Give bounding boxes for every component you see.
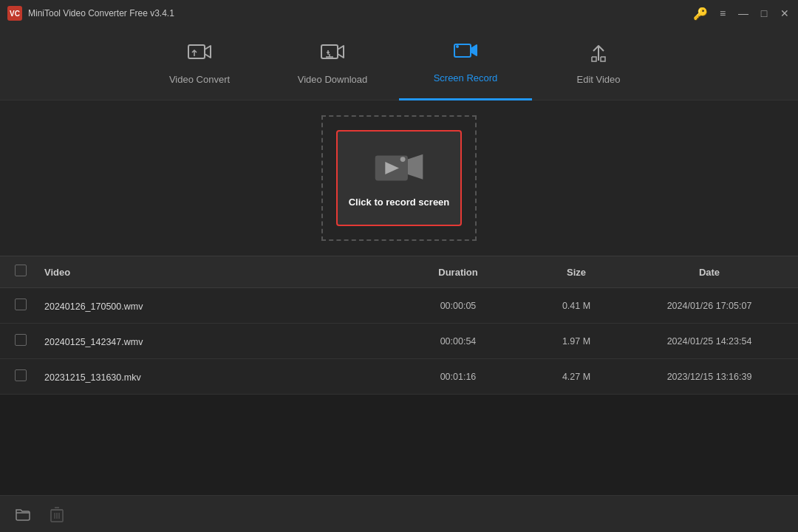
tab-video-download[interactable]: Video Download: [266, 27, 399, 100]
screen-record-icon: [453, 41, 478, 66]
table-header: Video Duration Size Date: [0, 256, 798, 288]
select-all-checkbox[interactable]: [15, 265, 27, 276]
app-title: MiniTool Video Converter Free v3.4.1: [28, 8, 174, 18]
row-checkbox-2[interactable]: [15, 369, 27, 381]
tab-video-download-label: Video Download: [298, 74, 367, 85]
click-to-record-label: Click to record screen: [349, 197, 450, 208]
menu-icon[interactable]: ≡: [717, 7, 729, 19]
row-duration-0: 00:00:05: [399, 301, 517, 311]
main-content: Click to record screen Video Duration Si…: [0, 100, 798, 395]
key-icon: 🔑: [693, 7, 708, 21]
row-filename-0: 20240126_170500.wmv: [44, 301, 143, 312]
video-table: Video Duration Size Date 20240126_170500…: [0, 256, 798, 395]
row-duration-1: 00:00:54: [399, 336, 517, 347]
close-button[interactable]: ✕: [779, 7, 791, 19]
bottom-bar: [0, 495, 798, 532]
col-header-date: Date: [699, 267, 720, 278]
tab-video-convert-label: Video Convert: [169, 74, 230, 85]
video-convert-icon: [187, 42, 212, 68]
table-row: 20240125_142347.wmv 00:00:54 1.97 M 2024…: [0, 324, 798, 359]
record-area: Click to record screen: [321, 115, 477, 241]
video-download-icon: [320, 42, 345, 68]
record-button[interactable]: Click to record screen: [336, 130, 462, 226]
row-date-2: 2023/12/15 13:16:39: [635, 372, 783, 382]
row-filename-2: 20231215_131630.mkv: [44, 372, 141, 383]
row-duration-2: 00:01:16: [399, 372, 517, 382]
row-size-2: 4.27 M: [517, 372, 635, 382]
tab-screen-record[interactable]: Screen Record: [399, 27, 532, 100]
row-size-1: 1.97 M: [517, 336, 635, 347]
col-header-duration: Duration: [438, 267, 477, 278]
svg-point-7: [400, 157, 406, 162]
col-header-video: Video: [44, 267, 70, 278]
row-date-0: 2024/01/26 17:05:07: [635, 301, 783, 311]
tab-video-convert[interactable]: Video Convert: [133, 27, 266, 100]
row-date-1: 2024/01/25 14:23:54: [635, 336, 783, 347]
tab-edit-video[interactable]: Edit Video: [532, 27, 665, 100]
minimize-button[interactable]: —: [737, 7, 749, 19]
delete-button[interactable]: [46, 503, 68, 525]
row-checkbox-1[interactable]: [15, 334, 27, 346]
camera-icon: [374, 149, 424, 186]
tab-screen-record-label: Screen Record: [434, 72, 498, 83]
logo-text: VC: [10, 10, 20, 18]
title-bar: VC MiniTool Video Converter Free v3.4.1 …: [0, 0, 798, 27]
edit-video-icon: [586, 42, 611, 68]
table-row: 20240126_170500.wmv 00:00:05 0.41 M 2024…: [0, 288, 798, 324]
row-filename-1: 20240125_142347.wmv: [44, 337, 143, 347]
col-header-size: Size: [567, 267, 586, 278]
row-size-0: 0.41 M: [517, 301, 635, 311]
tab-edit-video-label: Edit Video: [576, 74, 620, 85]
maximize-button[interactable]: □: [758, 7, 770, 19]
app-logo: VC: [7, 6, 22, 21]
nav-tabs: Video Convert Video Download Screen Reco…: [0, 27, 798, 100]
svg-marker-6: [408, 154, 423, 179]
row-checkbox-0[interactable]: [15, 299, 27, 310]
svg-point-3: [456, 45, 459, 48]
table-row: 20231215_131630.mkv 00:01:16 4.27 M 2023…: [0, 359, 798, 395]
open-folder-button[interactable]: [12, 503, 34, 525]
title-bar-left: VC MiniTool Video Converter Free v3.4.1: [7, 6, 174, 21]
window-controls: 🔑 ≡ — □ ✕: [693, 7, 791, 21]
